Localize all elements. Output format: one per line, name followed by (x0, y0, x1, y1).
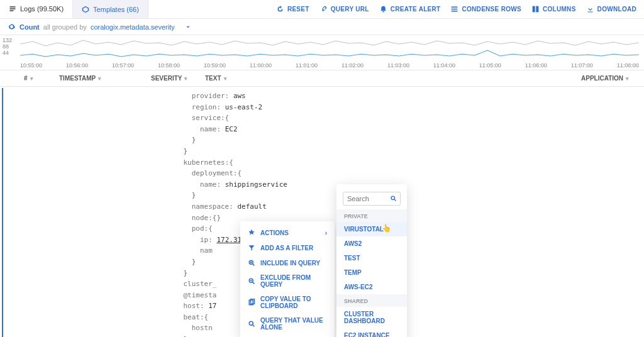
group-text: all grouped by (43, 23, 87, 31)
col-severity[interactable]: SEVERITY▾ (145, 75, 199, 82)
x-axis-labels: 10:55:0010:56:0010:57:0010:58:0010:59:00… (20, 62, 639, 69)
filter-icon (248, 244, 255, 251)
group-count[interactable]: Count (19, 23, 40, 31)
submenu-temp[interactable]: TEMP (336, 265, 407, 280)
create-alert-button[interactable]: CREATE ALERT (379, 5, 441, 13)
submenu-search (336, 188, 407, 209)
col-timestamp[interactable]: TIMESTAMP▾ (53, 75, 145, 82)
condense-icon (450, 5, 458, 13)
query-url-button[interactable]: QUERY URL (319, 5, 369, 13)
tab-logs[interactable]: Logs (99.50K) (0, 0, 73, 18)
reset-label: RESET (287, 6, 309, 13)
condense-rows-button[interactable]: CONDENSE ROWS (450, 5, 521, 13)
chevron-down-icon[interactable] (185, 24, 191, 30)
submenu-cluster[interactable]: CLUSTER DASHBOARD (336, 307, 407, 328)
svg-point-13 (391, 196, 395, 200)
timeline-chart[interactable]: 132 88 44 10:55:0010:56:0010:57:0010:58:… (0, 35, 644, 70)
columns-button[interactable]: COLUMNS (531, 5, 576, 13)
actions-submenu: PRIVATE VIRUSTOTAL AWS2 TEST TEMP AWS-EC… (336, 184, 407, 337)
svg-point-12 (249, 321, 253, 325)
tab-templates-label: Templates (66) (93, 6, 139, 13)
col-text[interactable]: TEXT▾ (199, 75, 575, 82)
group-metadata[interactable]: coralogix.metadata.severity (91, 23, 175, 31)
gear-icon[interactable] (8, 23, 16, 31)
logs-icon (9, 5, 16, 13)
ctx-query-alone[interactable]: QUERY THAT VALUE ALONE (240, 313, 335, 334)
y-axis-labels: 132 88 44 (3, 38, 12, 57)
bell-icon (379, 5, 387, 13)
zoom-out-icon (248, 277, 255, 285)
download-button[interactable]: DOWNLOAD (586, 5, 636, 13)
actions-icon (248, 229, 255, 236)
submenu-section-private: PRIVATE (336, 209, 407, 222)
ctx-add-filter[interactable]: ADD AS A FILTER (240, 240, 335, 255)
svg-rect-6 (533, 6, 535, 13)
download-icon (586, 5, 594, 13)
columns-icon (531, 5, 540, 13)
svg-rect-2 (10, 10, 14, 11)
submenu-aws2[interactable]: AWS2 (336, 236, 407, 251)
ctx-copy[interactable]: COPY VALUE TO CLIPBOARD (240, 292, 335, 313)
col-application[interactable]: APPLICATION▾ (575, 75, 644, 82)
copy-icon (248, 299, 255, 306)
svg-rect-0 (10, 6, 16, 8)
search-icon (390, 195, 397, 202)
reset-icon (276, 5, 284, 13)
severity-bar (2, 88, 3, 337)
submenu-virustotal[interactable]: VIRUSTOTAL (336, 222, 407, 236)
table-header: #▾ TIMESTAMP▾ SEVERITY▾ TEXT▾ APPLICATIO… (0, 70, 644, 87)
columns-label: COLUMNS (543, 6, 576, 13)
chart-svg (20, 36, 639, 62)
tab-logs-label: Logs (99.50K) (20, 5, 64, 13)
submenu-awsec2[interactable]: AWS-EC2 (336, 280, 407, 294)
toolbar: RESET QUERY URL CREATE ALERT CONDENSE RO… (276, 5, 644, 13)
condense-label: CONDENSE ROWS (462, 6, 521, 13)
tab-templates[interactable]: Templates (66) (73, 0, 148, 18)
top-bar: Logs (99.50K) Templates (66) RESET QUERY… (0, 0, 644, 19)
chevron-right-icon: › (325, 229, 327, 236)
templates-icon (82, 6, 89, 13)
submenu-test[interactable]: TEST (336, 251, 407, 265)
svg-rect-1 (10, 8, 16, 9)
ctx-actions[interactable]: ACTIONS › (240, 225, 335, 240)
submenu-ec2[interactable]: EC2 INSTANCE (336, 328, 407, 337)
svg-rect-7 (536, 6, 538, 13)
context-menu: ACTIONS › ADD AS A FILTER INCLUDE IN QUE… (240, 221, 335, 337)
svg-rect-4 (452, 9, 458, 10)
download-label: DOWNLOAD (597, 6, 636, 13)
ctx-exclude[interactable]: EXCLUDE FROM QUERY (240, 270, 335, 292)
search-icon (248, 320, 255, 328)
svg-rect-3 (452, 6, 458, 8)
col-num[interactable]: #▾ (18, 75, 53, 82)
ctx-include[interactable]: INCLUDE IN QUERY (240, 255, 335, 270)
submenu-section-shared: SHARED (336, 294, 407, 307)
create-alert-label: CREATE ALERT (391, 6, 441, 13)
tabs: Logs (99.50K) Templates (66) (0, 0, 148, 18)
link-icon (319, 5, 328, 13)
query-url-label: QUERY URL (331, 6, 369, 13)
reset-button[interactable]: RESET (276, 5, 309, 13)
zoom-in-icon (248, 259, 255, 267)
svg-rect-5 (452, 11, 458, 12)
group-bar: Count all grouped by coralogix.metadata.… (0, 19, 644, 35)
